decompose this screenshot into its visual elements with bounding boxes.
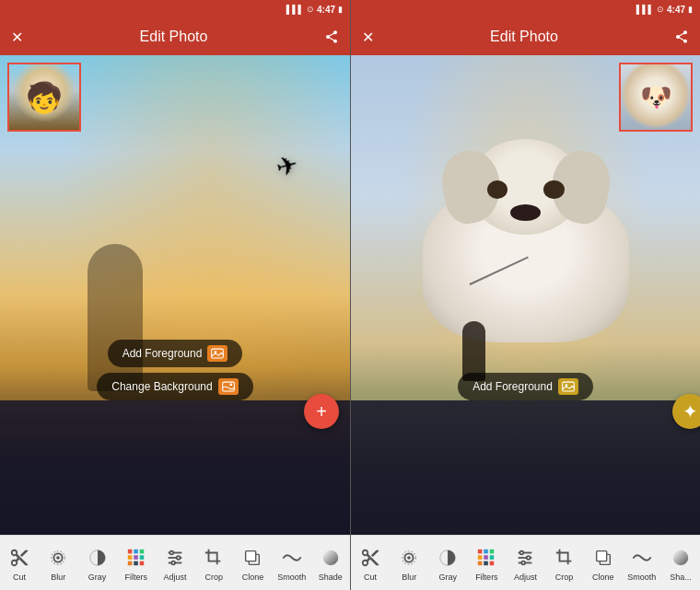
status-bar-left: ▌▌▌ ⊙ 4:47 ▮ — [0, 0, 350, 18]
crop-icon-right — [552, 545, 578, 571]
thumbnail-left[interactable]: 🧒 — [7, 63, 81, 132]
change-background-icon — [218, 378, 239, 395]
time-left: 4:47 — [317, 5, 335, 15]
svg-point-49 — [673, 550, 689, 565]
gray-label-right: Gray — [439, 573, 458, 582]
clone-label-left: Clone — [242, 573, 264, 582]
photo-canvas-right[interactable]: 🐶 Add Foreground ✦ — [351, 55, 700, 535]
tool-crop-right[interactable]: Crop — [548, 545, 581, 582]
top-bar-actions-right — [674, 29, 689, 44]
shade-label-left: Shade — [319, 573, 343, 582]
tool-gray-left[interactable]: Gray — [81, 545, 114, 582]
gray-icon-right — [435, 545, 461, 571]
adjust-label-right: Adjust — [514, 573, 537, 582]
crop-label-left: Crop — [204, 573, 223, 582]
action-buttons-right: Add Foreground — [351, 373, 700, 400]
svg-rect-48 — [596, 550, 606, 561]
svg-point-21 — [177, 556, 181, 560]
tool-shade-right[interactable]: Sha... — [664, 545, 697, 582]
svg-point-20 — [169, 550, 173, 554]
photo-canvas-left[interactable]: ✈ 🧒 Add Foreground — [0, 55, 350, 535]
signal-icon-left: ▌▌▌ — [286, 5, 304, 14]
bottom-toolbar-right: Cut Blur Gray — [351, 535, 700, 590]
add-foreground-label-left: Add Foreground — [122, 347, 203, 360]
clone-label-right: Clone — [592, 573, 614, 582]
adjust-icon-right — [512, 545, 538, 571]
left-panel: ▌▌▌ ⊙ 4:47 ▮ ✕ Edit Photo ✈ — [0, 0, 350, 590]
tool-adjust-right[interactable]: Adjust — [508, 545, 542, 582]
battery-icon-right: ▮ — [688, 5, 693, 14]
svg-rect-9 — [134, 549, 138, 553]
shade-label-right: Sha... — [670, 573, 692, 582]
share-button-right[interactable] — [674, 29, 689, 44]
tool-cut-left[interactable]: Cut — [3, 545, 36, 582]
time-right: 4:47 — [667, 5, 685, 15]
smooth-icon-right — [629, 545, 655, 571]
svg-rect-34 — [490, 549, 495, 553]
action-buttons-left: Add Foreground Change Background — [0, 340, 350, 400]
tool-filters-left[interactable]: Filters — [120, 545, 153, 582]
add-foreground-label-right: Add Foreground — [472, 380, 553, 393]
svg-rect-33 — [484, 549, 489, 553]
svg-rect-13 — [139, 555, 144, 560]
page-title-right: Edit Photo — [490, 29, 558, 45]
svg-point-45 — [527, 556, 531, 560]
add-foreground-button-right[interactable]: Add Foreground — [458, 373, 593, 400]
smooth-label-left: Smooth — [277, 573, 306, 582]
svg-point-44 — [520, 550, 524, 554]
signal-icon-right: ▌▌▌ — [636, 5, 654, 14]
filters-icon-right — [473, 545, 499, 571]
thumbnail-image-left: 🧒 — [9, 64, 79, 130]
cut-icon-right — [357, 545, 383, 571]
add-foreground-icon-left — [207, 345, 228, 362]
filters-label-left: Filters — [125, 573, 148, 582]
svg-rect-37 — [490, 555, 495, 560]
svg-point-3 — [229, 384, 232, 387]
tool-adjust-left[interactable]: Adjust — [158, 545, 192, 582]
top-bar-actions-left — [324, 29, 339, 44]
svg-rect-38 — [478, 561, 483, 565]
close-button-left[interactable]: ✕ — [11, 29, 23, 46]
svg-point-6 — [56, 556, 60, 560]
blur-icon-left — [45, 545, 71, 571]
svg-rect-40 — [490, 561, 495, 565]
right-panel: ▌▌▌ ⊙ 4:47 ▮ ✕ Edit Photo — [350, 0, 700, 590]
tool-smooth-left[interactable]: Smooth — [275, 545, 309, 582]
tool-clone-left[interactable]: Clone — [236, 545, 269, 582]
svg-rect-12 — [134, 555, 138, 560]
clone-icon-right — [590, 545, 616, 571]
blur-label-right: Blur — [402, 573, 416, 582]
change-background-button[interactable]: Change Background — [97, 373, 252, 400]
svg-rect-10 — [139, 549, 144, 553]
add-foreground-button-left[interactable]: Add Foreground — [108, 340, 243, 367]
close-button-right[interactable]: ✕ — [362, 29, 374, 46]
bottom-toolbar-left: Cut Blur Gray — [0, 535, 350, 590]
blur-icon-right — [396, 545, 422, 571]
tool-blur-right[interactable]: Blur — [392, 545, 426, 582]
tool-shade-left[interactable]: Shade — [314, 545, 347, 582]
tool-blur-left[interactable]: Blur — [41, 545, 75, 582]
page-title-left: Edit Photo — [140, 29, 208, 45]
svg-rect-15 — [134, 561, 138, 565]
battery-icon-left: ▮ — [338, 5, 343, 14]
thumbnail-right[interactable]: 🐶 — [619, 63, 693, 132]
svg-rect-24 — [246, 550, 256, 561]
shade-icon-left — [318, 545, 344, 571]
cut-label-left: Cut — [13, 573, 26, 582]
gray-label-left: Gray — [88, 573, 107, 582]
tool-smooth-right[interactable]: Smooth — [625, 545, 659, 582]
svg-rect-14 — [128, 561, 133, 565]
tool-cut-right[interactable]: Cut — [354, 545, 387, 582]
tool-gray-right[interactable]: Gray — [431, 545, 464, 582]
adjust-label-left: Adjust — [163, 573, 186, 582]
tool-filters-right[interactable]: Filters — [470, 545, 503, 582]
svg-rect-36 — [484, 555, 489, 560]
svg-rect-39 — [484, 561, 489, 565]
fab-icon-right: ✦ — [682, 400, 698, 422]
shade-icon-right — [668, 545, 694, 571]
tool-crop-left[interactable]: Crop — [197, 545, 230, 582]
filters-label-right: Filters — [475, 573, 498, 582]
share-button-left[interactable] — [324, 29, 339, 44]
crop-icon-left — [201, 545, 227, 571]
tool-clone-right[interactable]: Clone — [587, 545, 620, 582]
